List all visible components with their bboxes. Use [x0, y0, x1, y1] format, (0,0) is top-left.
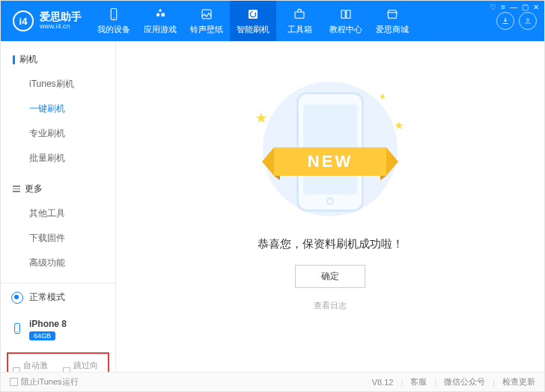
book-icon [339, 7, 353, 21]
nav-label: 智能刷机 [237, 24, 270, 35]
logo-icon: i4 [13, 10, 34, 31]
win-settings-icon[interactable]: ≡ [501, 3, 505, 11]
logo: i4 爱思助手 www.i4.cn [1, 1, 91, 41]
wechat-link[interactable]: 微信公众号 [444, 376, 485, 388]
sidebar-section-flash: 刷机 [1, 49, 115, 70]
nav-label: 我的设备 [97, 24, 130, 35]
sidebar-item-oneclick-flash[interactable]: 一键刷机 [1, 97, 115, 121]
success-message: 恭喜您，保资料刷机成功啦！ [258, 237, 404, 251]
checkbox-block-itunes[interactable]: 阻止iTunes运行 [10, 376, 79, 388]
nav-label: 铃声壁纸 [190, 24, 223, 35]
checkbox-skip-guide[interactable]: 跳过向导 [63, 360, 104, 372]
mode-icon [11, 292, 23, 304]
nav-my-device[interactable]: 我的设备 [91, 1, 137, 41]
banner-text: NEW [308, 152, 353, 171]
nav-label: 教程中心 [329, 24, 362, 35]
main-content: NEW 恭喜您，保资料刷机成功啦！ 确定 查看日志 [116, 41, 544, 372]
section-title: 更多 [25, 183, 43, 195]
sidebar-item-other-tools[interactable]: 其他工具 [1, 201, 115, 226]
apps-icon [153, 7, 167, 21]
mode-row[interactable]: 正常模式 [1, 284, 115, 311]
nav-label: 应用游戏 [144, 24, 177, 35]
nav-tutorial[interactable]: 教程中心 [323, 1, 369, 41]
mode-label: 正常模式 [29, 291, 65, 304]
check-update-link[interactable]: 检查更新 [502, 376, 535, 388]
refresh-icon [246, 7, 260, 21]
sidebar-item-advanced[interactable]: 高级功能 [1, 251, 115, 275]
checkbox-auto-activate[interactable]: 自动激活 [13, 360, 54, 372]
svg-point-7 [16, 331, 17, 332]
nav-label: 工具箱 [287, 24, 312, 35]
toolbox-icon [293, 7, 306, 21]
star-icon [394, 120, 404, 133]
view-log-link[interactable]: 查看日志 [314, 300, 347, 311]
checkbox-label: 阻止iTunes运行 [21, 376, 79, 388]
sidebar-item-pro-flash[interactable]: 专业刷机 [1, 121, 115, 146]
download-icon[interactable] [496, 12, 514, 30]
nav-smart-flash[interactable]: 智能刷机 [230, 1, 276, 41]
sidebar-item-download-fw[interactable]: 下载固件 [1, 226, 115, 251]
footer: 阻止iTunes运行 V8.12 | 客服 | 微信公众号 | 检查更新 [1, 372, 544, 391]
header: i4 爱思助手 www.i4.cn 我的设备 应用游戏 铃声壁纸 智能刷机 [1, 1, 544, 41]
shop-icon [386, 7, 399, 21]
nav-toolbox[interactable]: 工具箱 [276, 1, 323, 41]
user-icon[interactable] [519, 12, 537, 30]
version-label: V8.12 [372, 378, 394, 387]
top-nav: 我的设备 应用游戏 铃声壁纸 智能刷机 工具箱 教程中心 [91, 1, 496, 41]
hamburger-icon [13, 186, 20, 192]
sidebar: 刷机 iTunes刷机 一键刷机 专业刷机 批量刷机 更多 其他工具 下载固件 … [1, 41, 116, 372]
win-menu-icon[interactable]: ♡ [490, 3, 496, 11]
checkbox-label: 自动激活 [23, 360, 53, 372]
options-highlight-box: 自动激活 跳过向导 [7, 352, 109, 372]
logo-title: 爱思助手 [40, 11, 82, 22]
new-banner: NEW [259, 147, 401, 180]
phone-icon [107, 7, 121, 21]
nav-ring-wall[interactable]: 铃声壁纸 [183, 1, 230, 41]
logo-subtitle: www.i4.cn [40, 23, 82, 31]
support-link[interactable]: 客服 [410, 376, 427, 388]
device-row[interactable]: iPhone 8 64GB [1, 311, 115, 348]
sidebar-section-more: 更多 [1, 178, 115, 200]
sidebar-item-batch-flash[interactable]: 批量刷机 [1, 146, 115, 171]
svg-point-1 [113, 17, 115, 19]
nav-label: 爱思商城 [376, 24, 409, 35]
section-title: 刷机 [19, 53, 37, 66]
star-icon [255, 111, 268, 127]
confirm-button[interactable]: 确定 [295, 265, 365, 288]
svg-rect-4 [295, 12, 304, 18]
win-close-icon[interactable]: ✕ [533, 3, 539, 11]
image-icon [200, 7, 213, 21]
star-icon [379, 92, 386, 102]
svg-point-5 [527, 19, 529, 21]
nav-app-games[interactable]: 应用游戏 [137, 1, 183, 41]
success-illustration: NEW [244, 79, 416, 221]
device-name: iPhone 8 [29, 319, 67, 329]
sidebar-item-itunes-flash[interactable]: iTunes刷机 [1, 72, 115, 97]
device-capacity-badge: 64GB [29, 331, 55, 340]
win-minimize-icon[interactable]: — [510, 3, 517, 11]
nav-mall[interactable]: 爱思商城 [369, 1, 415, 41]
win-maximize-icon[interactable]: ▢ [522, 3, 529, 11]
checkbox-label: 跳过向导 [73, 360, 103, 372]
device-phone-icon [11, 322, 23, 337]
